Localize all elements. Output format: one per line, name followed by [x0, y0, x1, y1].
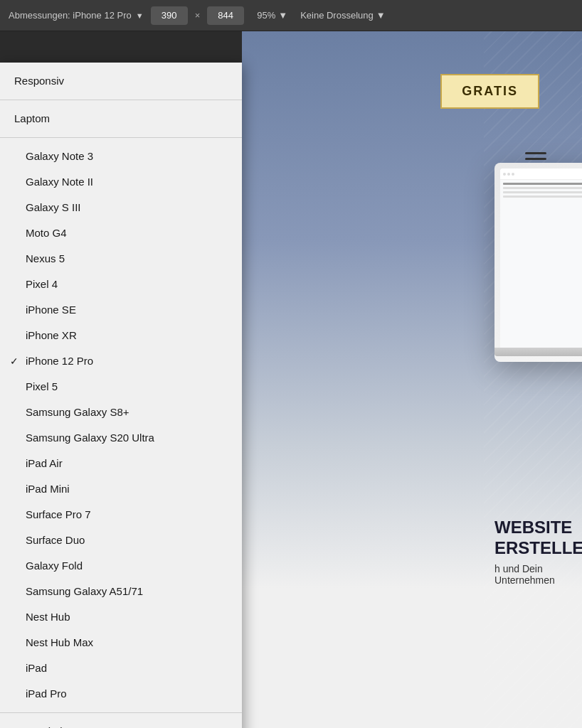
dropdown-item-label: Galaxy Fold [26, 560, 83, 572]
dropdown-section-responsive: Responsiv [0, 65, 242, 97]
dropdown-item-responsiv[interactable]: Responsiv [0, 68, 242, 94]
dropdown-item-bearbeiten[interactable]: Bearbeiten... [0, 719, 242, 728]
dropdown-item-label: Pixel 5 [26, 380, 58, 393]
dropdown-item-samsung-galaxy-a51[interactable]: Samsung Galaxy A51/71 [0, 579, 242, 604]
dimensions-selector[interactable]: Abmessungen: iPhone 12 Pro ▼ [9, 10, 144, 21]
device-dropdown-menu: Responsiv Laptom Galaxy Note 3 Galaxy No… [0, 63, 242, 728]
zoom-arrow: ▼ [278, 10, 287, 21]
dimensions-x-separator: × [195, 10, 201, 21]
website-preview: GRATIS [242, 31, 582, 728]
dropdown-divider [0, 137, 242, 138]
dropdown-item-label: Bearbeiten... [26, 725, 86, 728]
dropdown-item-label: Nexus 5 [26, 252, 65, 265]
mockup-nav-dot [507, 173, 510, 176]
mockup-nav-dot [503, 173, 506, 176]
dropdown-item-pixel-5[interactable]: Pixel 5 [0, 374, 242, 400]
mockup-nav-bar [500, 168, 582, 180]
dropdown-item-label: Galaxy S III [26, 201, 81, 214]
dropdown-item-nexus-5[interactable]: Nexus 5 [0, 246, 242, 272]
dropdown-item-galaxy-note-ii[interactable]: Galaxy Note II [0, 169, 242, 195]
dropdown-item-moto-g4[interactable]: Moto G4 [0, 220, 242, 246]
dropdown-item-nest-hub[interactable]: Nest Hub [0, 604, 242, 630]
dropdown-item-ipad[interactable]: iPad [0, 655, 242, 681]
throttle-arrow: ▼ [376, 10, 386, 21]
dropdown-item-iphone-12-pro[interactable]: iPhone 12 Pro [0, 348, 242, 374]
hamburger-line-2 [525, 158, 546, 160]
dropdown-item-label: Surface Duo [26, 534, 85, 547]
dropdown-item-ipad-air[interactable]: iPad Air [0, 451, 242, 476]
dimensions-label: Abmessungen: iPhone 12 Pro [9, 10, 132, 21]
dropdown-item-label: Moto G4 [26, 227, 67, 240]
mockup-text-line [503, 187, 582, 189]
height-input[interactable] [207, 6, 244, 25]
mockup-content-area [500, 180, 582, 348]
dropdown-item-label: iPhone XR [26, 329, 77, 342]
dropdown-item-label: iPhone SE [26, 304, 76, 316]
dropdown-item-label: Samsung Galaxy S8+ [26, 406, 129, 419]
dimensions-dropdown-arrow: ▼ [136, 11, 144, 20]
zoom-selector[interactable]: 95% ▼ [257, 10, 287, 21]
dropdown-item-ipad-pro[interactable]: iPad Pro [0, 681, 242, 707]
dropdown-item-surface-duo[interactable]: Surface Duo [0, 528, 242, 553]
dropdown-item-nest-hub-max[interactable]: Nest Hub Max [0, 630, 242, 655]
dropdown-item-label: Responsiv [14, 75, 64, 87]
mockup-laptop-body [494, 163, 582, 362]
dropdown-item-label: Nest Hub [26, 611, 70, 623]
dropdown-item-label: Surface Pro 7 [26, 508, 91, 521]
mockup-nav-dot [512, 173, 514, 176]
dropdown-item-iphone-se[interactable]: iPhone SE [0, 297, 242, 323]
gratis-button: GRATIS [440, 74, 539, 109]
throttle-label: Keine Drosselung [300, 10, 374, 21]
zoom-label: 95% [257, 10, 275, 21]
dropdown-item-ipad-mini[interactable]: iPad Mini [0, 476, 242, 502]
mockup-text-line [503, 183, 582, 185]
mockup-screen [500, 168, 582, 348]
mockup-base [494, 348, 582, 356]
dropdown-item-galaxy-note-3[interactable]: Galaxy Note 3 [0, 144, 242, 169]
dropdown-item-samsung-galaxy-s8plus[interactable]: Samsung Galaxy S8+ [0, 400, 242, 425]
dropdown-item-label: Nest Hub Max [26, 636, 93, 649]
dropdown-item-label: Galaxy Note II [26, 176, 93, 188]
mockup-text-line [503, 196, 582, 198]
dropdown-item-label: Galaxy Note 3 [26, 150, 93, 163]
throttle-selector[interactable]: Keine Drosselung ▼ [300, 10, 386, 21]
dropdown-item-label: Samsung Galaxy S20 Ultra [26, 432, 154, 444]
stripe-background [484, 31, 582, 728]
dropdown-item-iphone-xr[interactable]: iPhone XR [0, 323, 242, 348]
preview-subtext: h und Dein Unternehmen [494, 563, 582, 586]
dropdown-item-label: iPhone 12 Pro [26, 355, 93, 368]
dropdown-item-label: iPad Air [26, 457, 63, 470]
preview-heading: WEBSITE ERSTELLEN: [494, 518, 582, 559]
hamburger-line-1 [525, 152, 546, 154]
dropdown-item-laptom[interactable]: Laptom [0, 106, 242, 132]
dropdown-divider [0, 100, 242, 100]
dropdown-item-label: Pixel 4 [26, 278, 58, 291]
width-input[interactable] [151, 6, 188, 25]
preview-text-block: WEBSITE ERSTELLEN: h und Dein Unternehme… [494, 518, 582, 586]
dropdown-item-samsung-galaxy-s20-ultra[interactable]: Samsung Galaxy S20 Ultra [0, 425, 242, 451]
mockup-text-block [503, 183, 582, 345]
dropdown-item-label: iPad Mini [26, 483, 70, 496]
main-area: GRATIS [0, 31, 582, 728]
dropdown-item-label: iPad [26, 662, 47, 675]
dropdown-item-label: Laptom [14, 112, 50, 125]
dropdown-item-label: Samsung Galaxy A51/71 [26, 585, 143, 598]
mockup-text-line [503, 191, 582, 193]
dropdown-section-laptop: Laptom [0, 103, 242, 134]
dropdown-section-edit: Bearbeiten... [0, 716, 242, 728]
dropdown-item-galaxy-fold[interactable]: Galaxy Fold [0, 553, 242, 579]
dropdown-item-surface-pro-7[interactable]: Surface Pro 7 [0, 502, 242, 528]
laptop-mockup [494, 163, 582, 362]
dropdown-section-devices: Galaxy Note 3 Galaxy Note II Galaxy S II… [0, 141, 242, 710]
dropdown-divider [0, 712, 242, 713]
dropdown-item-galaxy-s-iii[interactable]: Galaxy S III [0, 195, 242, 220]
dropdown-item-label: iPad Pro [26, 687, 67, 700]
dropdown-item-pixel-4[interactable]: Pixel 4 [0, 272, 242, 297]
gratis-label: GRATIS [462, 84, 518, 98]
toolbar: Abmessungen: iPhone 12 Pro ▼ × 95% ▼ Kei… [0, 0, 582, 31]
